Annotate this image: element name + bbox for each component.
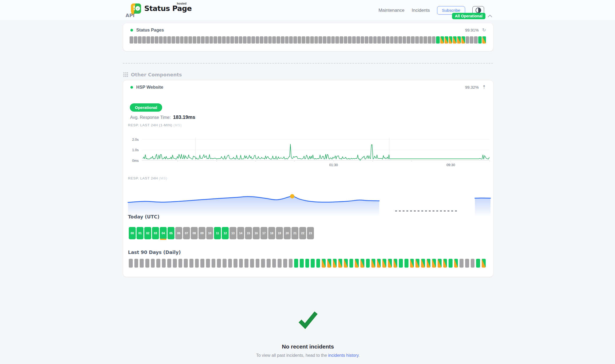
uptime-bar[interactable]: [398, 36, 402, 44]
hour-block-04[interactable]: 04: [160, 227, 167, 239]
uptime-bar[interactable]: [404, 259, 408, 268]
uptime-bar[interactable]: [403, 36, 406, 44]
uptime-bar[interactable]: [352, 36, 356, 44]
uptime-bar[interactable]: [482, 36, 486, 44]
uptime-bar[interactable]: [421, 259, 425, 268]
hour-block-06[interactable]: 06: [175, 227, 182, 239]
hour-block-15[interactable]: 15: [245, 227, 252, 239]
uptime-bar[interactable]: [331, 36, 335, 44]
uptime-bar[interactable]: [155, 36, 158, 44]
hour-block-05[interactable]: 05: [168, 227, 174, 239]
uptime-bar[interactable]: [167, 36, 171, 44]
uptime-bar[interactable]: [394, 36, 398, 44]
uptime-bar[interactable]: [340, 36, 343, 44]
uptime-bar[interactable]: [432, 259, 436, 268]
uptime-bar[interactable]: [323, 36, 326, 44]
uptime-bar[interactable]: [318, 36, 322, 44]
hour-block-19[interactable]: 19: [276, 227, 283, 239]
uptime-bar[interactable]: [138, 36, 142, 44]
uptime-bar[interactable]: [267, 259, 271, 268]
uptime-bar[interactable]: [188, 36, 192, 44]
uptime-bar[interactable]: [382, 36, 385, 44]
uptime-bar[interactable]: [239, 259, 243, 268]
uptime-bar[interactable]: [460, 259, 464, 268]
uptime-bar[interactable]: [449, 36, 453, 44]
uptime-bar[interactable]: [474, 36, 478, 44]
uptime-bar[interactable]: [218, 36, 221, 44]
uptime-bar[interactable]: [294, 259, 298, 268]
chevron-up-icon[interactable]: [488, 15, 492, 17]
uptime-bar[interactable]: [195, 259, 199, 268]
uptime-bar[interactable]: [356, 36, 360, 44]
uptime-bar[interactable]: [151, 36, 154, 44]
uptime-bar[interactable]: [302, 36, 305, 44]
uptime-bar[interactable]: [373, 36, 377, 44]
uptime-bar[interactable]: [272, 36, 276, 44]
uptime-bar[interactable]: [129, 259, 133, 268]
hour-block-03[interactable]: 03: [152, 227, 159, 239]
uptime-bar[interactable]: [360, 259, 364, 268]
hour-block-09[interactable]: 09: [198, 227, 205, 239]
response-time-line-chart[interactable]: 2.0s1.0s0ms01:3009:30: [123, 135, 493, 169]
uptime-bar[interactable]: [205, 36, 209, 44]
uptime-bar[interactable]: [394, 259, 398, 268]
response-time-area-chart[interactable]: [123, 186, 493, 219]
hour-block-23[interactable]: 23: [307, 227, 314, 239]
uptime-bar[interactable]: [457, 36, 461, 44]
hour-block-11[interactable]: 11: [214, 227, 221, 239]
uptime-bar[interactable]: [440, 36, 444, 44]
uptime-bar[interactable]: [449, 259, 453, 268]
uptime-bar[interactable]: [335, 36, 339, 44]
uptime-bar[interactable]: [260, 36, 263, 44]
uptime-bar[interactable]: [377, 259, 381, 268]
hour-block-14[interactable]: 14: [237, 227, 244, 239]
uptime-bar[interactable]: [310, 36, 314, 44]
uptime-bar[interactable]: [189, 259, 193, 268]
uptime-bar[interactable]: [176, 36, 180, 44]
uptime-bar[interactable]: [212, 259, 216, 268]
uptime-bar[interactable]: [226, 36, 230, 44]
uptime-bar[interactable]: [156, 259, 160, 268]
hour-block-20[interactable]: 20: [284, 227, 291, 239]
uptime-bar[interactable]: [482, 259, 486, 268]
uptime-bar[interactable]: [178, 259, 182, 268]
hour-block-22[interactable]: 22: [299, 227, 306, 239]
uptime-bar[interactable]: [235, 36, 238, 44]
uptime-bar[interactable]: [151, 259, 155, 268]
uptime-bar[interactable]: [478, 36, 482, 44]
uptime-bar[interactable]: [386, 36, 390, 44]
hour-block-02[interactable]: 02: [144, 227, 151, 239]
hour-block-17[interactable]: 17: [260, 227, 267, 239]
hour-block-16[interactable]: 16: [253, 227, 260, 239]
uptime-bar[interactable]: [298, 36, 301, 44]
uptime-bar[interactable]: [277, 36, 280, 44]
uptime-bar[interactable]: [388, 259, 392, 268]
uptime-bar[interactable]: [167, 259, 171, 268]
uptime-bar[interactable]: [348, 36, 352, 44]
uptime-bar[interactable]: [228, 259, 232, 268]
highlighted-data-point[interactable]: [290, 194, 294, 198]
uptime-bar[interactable]: [180, 36, 184, 44]
hour-block-18[interactable]: 18: [268, 227, 275, 239]
uptime-bar[interactable]: [256, 259, 260, 268]
uptime-bar[interactable]: [443, 259, 447, 268]
uptime-bar[interactable]: [415, 259, 419, 268]
uptime-bar[interactable]: [293, 36, 297, 44]
uptime-bar[interactable]: [454, 259, 458, 268]
uptime-bar[interactable]: [278, 259, 282, 268]
uptime-bar[interactable]: [465, 259, 469, 268]
hour-block-12[interactable]: 12: [222, 227, 229, 239]
uptime-bar[interactable]: [349, 259, 353, 268]
uptime-bar[interactable]: [272, 259, 276, 268]
uptime-bar[interactable]: [268, 36, 272, 44]
uptime-bar[interactable]: [333, 259, 337, 268]
uptime-bar[interactable]: [206, 259, 210, 268]
uptime-bar[interactable]: [193, 36, 196, 44]
uptime-bar[interactable]: [201, 36, 205, 44]
uptime-bar[interactable]: [461, 36, 465, 44]
uptime-bar[interactable]: [322, 259, 326, 268]
uptime-bar[interactable]: [476, 259, 480, 268]
uptime-bar[interactable]: [371, 259, 375, 268]
uptime-bar[interactable]: [283, 259, 287, 268]
uptime-bar[interactable]: [365, 36, 368, 44]
